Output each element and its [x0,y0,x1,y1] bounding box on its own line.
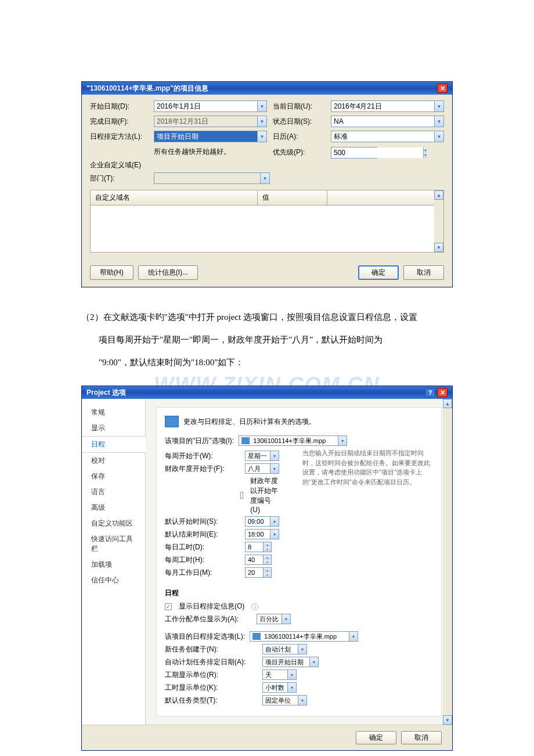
department-combo: ▼ [154,172,270,184]
show-sched-checkbox[interactable]: ✓ [165,603,172,610]
priority-spinner[interactable]: ▲▼ [331,147,377,159]
scroll-up-icon[interactable]: ▲ [434,190,443,200]
table-col-name: 自定义域名 [91,190,258,205]
scrollbar[interactable]: ▲ ▼ [434,190,443,252]
close-icon[interactable]: ✕ [437,84,448,93]
auto-sched-combo[interactable]: ▼ [262,657,319,667]
new-task-combo[interactable]: ▼ [262,644,307,654]
end-date-combo: ▼ [154,116,267,127]
days-month-spinner[interactable]: ▲▼ [245,567,272,578]
spin-down-icon[interactable]: ▼ [264,560,271,564]
dialog-title: Project 选项 [86,388,126,398]
project-info-dialog: "1306100114+李辛果.mpp"的项目信息 ✕ 开始日期(D): ▼ 当… [81,81,453,287]
current-date-label: 当前日期(U): [273,102,325,111]
default-end-combo[interactable]: ▼ [245,529,279,539]
fiscal-start-combo[interactable]: ▼ [245,463,279,474]
sidebar-item[interactable]: 语言 [82,484,145,500]
chevron-down-icon[interactable]: ▼ [338,436,347,445]
sidebar-item[interactable]: 高级 [82,500,145,516]
titlebar: "1306100114+李辛果.mpp"的项目信息 ✕ [82,82,452,95]
project-file-combo[interactable]: ▼ [239,435,347,446]
chevron-down-icon[interactable]: ▼ [298,696,306,705]
help-icon[interactable]: ? [425,388,435,397]
sidebar-item[interactable]: 日程 [82,436,146,453]
spin-down-icon[interactable]: ▼ [264,573,271,577]
stats-button[interactable]: 统计信息(I)... [138,265,198,280]
calendar-label: 日历(A): [273,132,325,142]
table-col-value: 值 [258,190,327,205]
week-start-combo[interactable]: ▼ [245,451,279,461]
project-sched-combo[interactable]: ▼ [250,631,358,642]
sidebar-item[interactable]: 快速访问工具栏 [82,531,145,557]
options-sidebar: 常规显示日程校对保存语言高级自定义功能区快速访问工具栏加载项信任中心 [82,399,146,725]
chevron-down-icon: ▼ [257,116,266,127]
task-type-combo[interactable]: ▼ [262,695,307,705]
cancel-button[interactable]: 取消 [401,731,442,744]
spin-down-icon[interactable]: ▼ [424,153,427,158]
current-date-combo[interactable]: ▼ [331,100,444,112]
hours-day-spinner[interactable]: ▲▼ [245,542,272,552]
chevron-down-icon[interactable]: ▼ [434,101,443,111]
section-header: 更改与日程排定、日历和计算有关的选项。 [183,417,316,427]
table-body [91,206,443,252]
spin-up-icon[interactable]: ▲ [264,555,271,560]
unit-combo[interactable]: ▼ [257,614,291,624]
project-icon [241,437,250,444]
fiscal-checkbox[interactable] [240,492,243,499]
schedule-from-combo[interactable]: ▼ [154,131,267,142]
sidebar-item[interactable]: 自定义功能区 [82,516,145,531]
cancel-button[interactable]: 取消 [403,265,444,280]
calendar-combo[interactable]: ▼ [331,131,444,142]
hours-week-spinner[interactable]: ▲▼ [245,555,272,565]
chevron-down-icon[interactable]: ▼ [270,464,279,473]
schedule-section-title: 日程 [165,588,433,598]
status-date-combo[interactable]: ▼ [331,116,444,127]
chevron-down-icon[interactable]: ▼ [349,632,358,641]
close-icon[interactable]: ✕ [437,388,448,397]
sidebar-item[interactable]: 信任中心 [82,573,145,588]
help-button[interactable]: 帮助(H) [90,265,134,280]
cal-options-label: 该项目的"日历"选项(I): [165,436,234,446]
chevron-down-icon[interactable]: ▼ [270,517,279,526]
start-date-combo[interactable]: ▼ [154,100,267,112]
dialog-title: "1306100114+李辛果.mpp"的项目信息 [86,84,208,93]
chevron-down-icon[interactable]: ▼ [434,131,443,142]
chevron-down-icon[interactable]: ▼ [434,116,443,127]
sidebar-item[interactable]: 加载项 [82,557,145,573]
chevron-down-icon[interactable]: ▼ [287,683,296,692]
scroll-up-icon[interactable]: ▲ [443,399,452,408]
chevron-down-icon[interactable]: ▼ [257,131,266,142]
scroll-down-icon[interactable]: ▼ [443,715,452,725]
sidebar-item[interactable]: 常规 [82,405,145,420]
sidebar-item[interactable]: 校对 [82,453,145,469]
chevron-down-icon[interactable]: ▼ [282,614,290,624]
schedule-note: 所有任务越快开始越好。 [154,146,267,159]
spin-up-icon[interactable]: ▲ [264,542,271,547]
sidebar-item[interactable]: 保存 [82,469,145,484]
chevron-down-icon[interactable]: ▼ [309,657,318,667]
time-hint: 当您输入开始日期或结束日期而不指定时间时，这些时间会被分配给任务。如果要更改此设… [302,448,433,487]
start-date-label: 开始日期(D): [90,102,148,111]
ok-button[interactable]: 确定 [356,731,396,744]
chevron-down-icon[interactable]: ▼ [257,101,266,111]
content-scrollbar[interactable]: ▲ ▼ [443,399,452,725]
project-options-dialog: Project 选项 ? ✕ 常规显示日程校对保存语言高级自定义功能区快速访问工… [81,386,453,751]
sidebar-item[interactable]: 显示 [82,420,145,436]
options-content: 更改与日程排定、日历和计算有关的选项。 该项目的"日历"选项(I): ▼ 每周开… [146,399,452,725]
spin-down-icon[interactable]: ▼ [264,547,271,552]
scroll-down-icon[interactable]: ▼ [434,243,443,252]
project-icon [252,633,261,640]
info-icon[interactable]: i [251,603,258,610]
chevron-down-icon[interactable]: ▼ [270,451,279,460]
chevron-down-icon[interactable]: ▼ [270,530,279,539]
chevron-down-icon[interactable]: ▼ [287,670,296,679]
spin-up-icon[interactable]: ▲ [424,147,427,153]
chevron-down-icon: ▼ [260,173,269,183]
ok-button[interactable]: 确定 [358,265,399,280]
custom-fields-table: 自定义域名 值 ▲ ▼ [90,190,444,253]
spin-up-icon[interactable]: ▲ [264,568,271,573]
work-unit-combo[interactable]: ▼ [262,682,297,693]
chevron-down-icon[interactable]: ▼ [298,645,306,654]
duration-unit-combo[interactable]: ▼ [262,669,297,680]
default-start-combo[interactable]: ▼ [245,516,279,527]
